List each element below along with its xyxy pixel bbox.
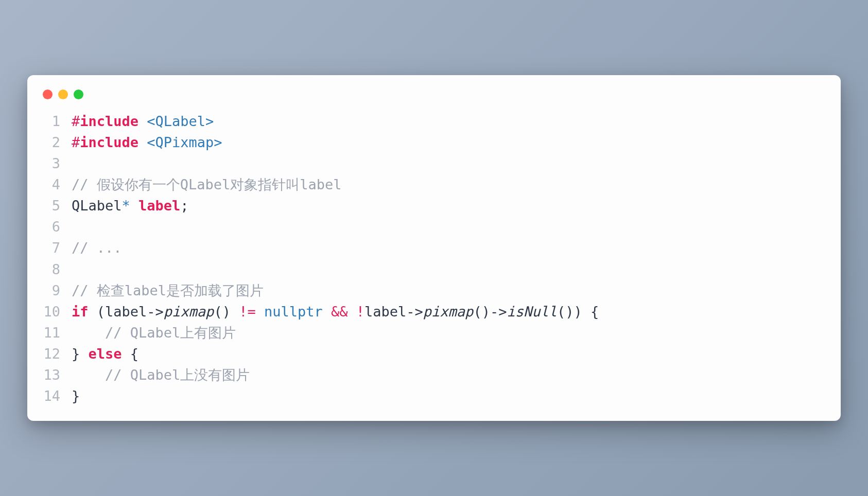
code-token: pixmap [423, 304, 474, 320]
code-line: 14} [42, 385, 826, 406]
code-line: 12} else { [42, 343, 826, 364]
code-line: 6 [42, 216, 826, 237]
line-number: 10 [42, 301, 72, 322]
line-number: 6 [42, 216, 72, 237]
code-line: 2#include <QPixmap> [42, 132, 826, 153]
code-line: 1#include <QLabel> [42, 111, 826, 132]
code-content [72, 259, 826, 280]
code-content: if (label->pixmap() != nullptr && !label… [72, 301, 826, 322]
code-token: // 检查label是否加载了图片 [72, 282, 264, 298]
code-line: 7// ... [42, 237, 826, 258]
code-line: 5QLabel* label; [42, 195, 826, 216]
code-token [130, 198, 138, 214]
close-icon[interactable] [43, 90, 53, 99]
code-token: } [72, 388, 80, 404]
code-window: 1#include <QLabel>2#include <QPixmap>34/… [27, 75, 841, 420]
code-token: // 假设你有一个QLabel对象指针叫label [72, 176, 342, 192]
code-token: pixmap [164, 304, 214, 320]
code-line: 4// 假设你有一个QLabel对象指针叫label [42, 174, 826, 195]
code-token: } [72, 346, 89, 362]
code-token: isNull [507, 304, 557, 320]
code-content: QLabel* label; [72, 195, 826, 216]
code-token: * [122, 198, 130, 214]
code-token: ()-> [473, 304, 507, 320]
code-token: ! [356, 304, 364, 320]
code-token: # [72, 113, 80, 129]
code-token: <QPixmap> [147, 134, 222, 150]
code-token: { [122, 346, 139, 362]
code-content: } [72, 385, 826, 406]
minimize-icon[interactable] [58, 90, 68, 99]
code-token: include [80, 113, 138, 129]
code-token [138, 113, 147, 129]
code-token: label-> [364, 304, 423, 320]
code-token: // QLabel上没有图片 [105, 367, 250, 383]
code-token: <QLabel> [147, 113, 214, 129]
line-number: 7 [42, 237, 72, 258]
code-token: ; [180, 198, 188, 214]
window-titlebar [27, 87, 841, 111]
code-token: && [331, 304, 348, 320]
line-number: 5 [42, 195, 72, 216]
code-token: // QLabel上有图片 [105, 325, 236, 341]
line-number: 9 [42, 280, 72, 301]
code-token [323, 304, 331, 320]
line-number: 8 [42, 259, 72, 280]
code-line: 10if (label->pixmap() != nullptr && !lab… [42, 301, 826, 322]
code-token: () [214, 304, 239, 320]
code-content: // QLabel上没有图片 [72, 364, 826, 385]
code-line: 9// 检查label是否加载了图片 [42, 280, 826, 301]
code-content [72, 153, 826, 174]
code-token [72, 325, 105, 341]
line-number: 1 [42, 111, 72, 132]
code-content: } else { [72, 343, 826, 364]
code-content: // 假设你有一个QLabel对象指针叫label [72, 174, 826, 195]
line-number: 4 [42, 174, 72, 195]
line-number: 3 [42, 153, 72, 174]
code-token: label [138, 198, 180, 214]
line-number: 13 [42, 364, 72, 385]
line-number: 14 [42, 385, 72, 406]
code-line: 11 // QLabel上有图片 [42, 322, 826, 343]
code-token [138, 134, 147, 150]
code-line: 3 [42, 153, 826, 174]
code-content [72, 216, 826, 237]
code-content: // ... [72, 237, 826, 258]
code-token [72, 367, 105, 383]
code-token: else [89, 346, 122, 362]
code-token: nullptr [264, 304, 323, 320]
line-number: 12 [42, 343, 72, 364]
code-token: // ... [72, 240, 122, 256]
code-token [256, 304, 264, 320]
maximize-icon[interactable] [74, 90, 83, 99]
code-line: 13 // QLabel上没有图片 [42, 364, 826, 385]
code-token: != [239, 304, 256, 320]
code-token: # [72, 134, 80, 150]
code-token [348, 304, 356, 320]
code-content: #include <QLabel> [72, 111, 826, 132]
code-line: 8 [42, 259, 826, 280]
code-token: ()) { [557, 304, 599, 320]
code-content: #include <QPixmap> [72, 132, 826, 153]
line-number: 11 [42, 322, 72, 343]
code-area[interactable]: 1#include <QLabel>2#include <QPixmap>34/… [27, 111, 841, 406]
code-content: // QLabel上有图片 [72, 322, 826, 343]
code-token: if [72, 304, 89, 320]
code-token: QLabel [72, 198, 122, 214]
code-token: (label-> [89, 304, 164, 320]
code-token: include [80, 134, 138, 150]
line-number: 2 [42, 132, 72, 153]
code-content: // 检查label是否加载了图片 [72, 280, 826, 301]
